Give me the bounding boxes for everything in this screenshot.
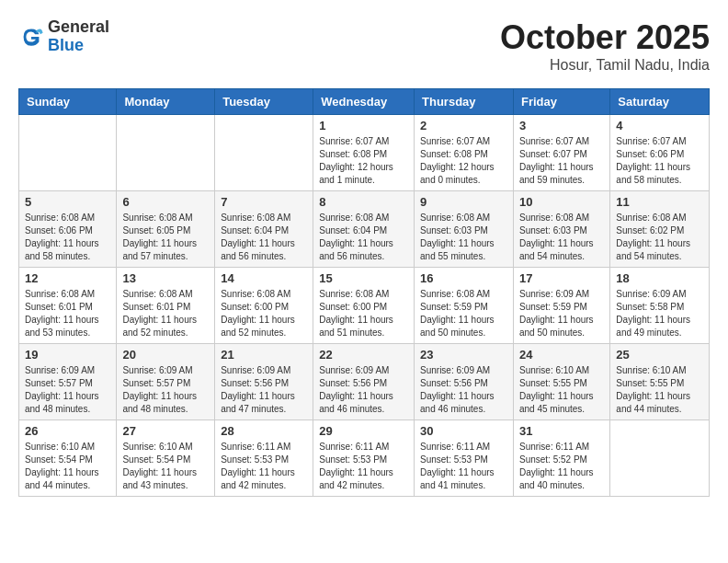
day-number: 12	[25, 271, 110, 285]
calendar-body: 1Sunrise: 6:07 AMSunset: 6:08 PMDaylight…	[19, 115, 710, 497]
calendar-header: SundayMondayTuesdayWednesdayThursdayFrid…	[19, 89, 710, 115]
calendar-cell: 5Sunrise: 6:08 AMSunset: 6:06 PMDaylight…	[19, 191, 117, 268]
day-info: Sunrise: 6:08 AMSunset: 6:03 PMDaylight:…	[519, 212, 604, 263]
calendar-cell: 7Sunrise: 6:08 AMSunset: 6:04 PMDaylight…	[215, 191, 313, 268]
calendar-cell: 27Sunrise: 6:10 AMSunset: 5:54 PMDayligh…	[117, 420, 215, 497]
day-info: Sunrise: 6:11 AMSunset: 5:53 PMDaylight:…	[319, 441, 408, 492]
calendar-cell: 4Sunrise: 6:07 AMSunset: 6:06 PMDaylight…	[610, 115, 710, 191]
day-info: Sunrise: 6:07 AMSunset: 6:07 PMDaylight:…	[519, 135, 604, 187]
day-number: 7	[221, 195, 307, 209]
day-number: 25	[616, 348, 703, 362]
day-number: 18	[616, 271, 703, 285]
day-info: Sunrise: 6:10 AMSunset: 5:55 PMDaylight:…	[616, 364, 703, 416]
day-info: Sunrise: 6:08 AMSunset: 6:00 PMDaylight:…	[319, 288, 408, 339]
day-info: Sunrise: 6:08 AMSunset: 6:04 PMDaylight:…	[319, 212, 408, 263]
day-number: 22	[319, 348, 408, 362]
day-info: Sunrise: 6:07 AMSunset: 6:08 PMDaylight:…	[319, 135, 408, 187]
calendar-cell: 28Sunrise: 6:11 AMSunset: 5:53 PMDayligh…	[215, 420, 313, 497]
day-info: Sunrise: 6:07 AMSunset: 6:06 PMDaylight:…	[616, 135, 703, 187]
calendar-cell: 1Sunrise: 6:07 AMSunset: 6:08 PMDaylight…	[313, 115, 415, 191]
calendar-cell	[19, 115, 117, 191]
day-number: 20	[122, 348, 209, 362]
day-info: Sunrise: 6:09 AMSunset: 5:57 PMDaylight:…	[122, 364, 209, 416]
logo-icon	[18, 24, 44, 50]
calendar-cell: 30Sunrise: 6:11 AMSunset: 5:53 PMDayligh…	[415, 420, 514, 497]
day-number: 9	[420, 195, 507, 209]
day-number: 31	[519, 424, 604, 438]
day-info: Sunrise: 6:11 AMSunset: 5:53 PMDaylight:…	[420, 441, 507, 492]
day-number: 3	[519, 119, 604, 132]
day-info: Sunrise: 6:08 AMSunset: 6:02 PMDaylight:…	[616, 212, 703, 263]
day-info: Sunrise: 6:10 AMSunset: 5:55 PMDaylight:…	[519, 364, 604, 416]
calendar-week-row: 12Sunrise: 6:08 AMSunset: 6:01 PMDayligh…	[19, 268, 710, 344]
day-number: 30	[420, 424, 507, 438]
day-number: 19	[25, 348, 110, 362]
day-info: Sunrise: 6:08 AMSunset: 6:03 PMDaylight:…	[420, 212, 507, 263]
day-number: 14	[221, 271, 307, 285]
calendar-cell: 22Sunrise: 6:09 AMSunset: 5:56 PMDayligh…	[313, 344, 415, 420]
weekday-header: Saturday	[610, 89, 710, 115]
calendar-cell	[117, 115, 215, 191]
day-number: 10	[519, 195, 604, 209]
calendar-cell: 10Sunrise: 6:08 AMSunset: 6:03 PMDayligh…	[513, 191, 609, 268]
month-title: October 2025	[500, 18, 710, 57]
day-info: Sunrise: 6:07 AMSunset: 6:08 PMDaylight:…	[420, 135, 507, 187]
calendar-cell	[610, 420, 710, 497]
calendar-cell: 18Sunrise: 6:09 AMSunset: 5:58 PMDayligh…	[610, 268, 710, 344]
day-info: Sunrise: 6:08 AMSunset: 6:01 PMDaylight:…	[25, 288, 110, 339]
logo-blue-text: Blue	[48, 37, 109, 55]
day-info: Sunrise: 6:09 AMSunset: 5:57 PMDaylight:…	[25, 364, 110, 416]
calendar-cell: 20Sunrise: 6:09 AMSunset: 5:57 PMDayligh…	[117, 344, 215, 420]
calendar-cell	[215, 115, 313, 191]
day-info: Sunrise: 6:10 AMSunset: 5:54 PMDaylight:…	[25, 441, 110, 492]
day-info: Sunrise: 6:09 AMSunset: 5:56 PMDaylight:…	[221, 364, 307, 416]
day-info: Sunrise: 6:11 AMSunset: 5:52 PMDaylight:…	[519, 441, 604, 492]
weekday-header: Wednesday	[313, 89, 415, 115]
day-number: 27	[122, 424, 209, 438]
weekday-header: Friday	[513, 89, 609, 115]
day-info: Sunrise: 6:09 AMSunset: 5:59 PMDaylight:…	[519, 288, 604, 339]
day-info: Sunrise: 6:09 AMSunset: 5:56 PMDaylight:…	[420, 364, 507, 416]
day-info: Sunrise: 6:08 AMSunset: 6:00 PMDaylight:…	[221, 288, 307, 339]
calendar-week-row: 19Sunrise: 6:09 AMSunset: 5:57 PMDayligh…	[19, 344, 710, 420]
calendar-cell: 14Sunrise: 6:08 AMSunset: 6:00 PMDayligh…	[215, 268, 313, 344]
calendar-cell: 25Sunrise: 6:10 AMSunset: 5:55 PMDayligh…	[610, 344, 710, 420]
day-number: 29	[319, 424, 408, 438]
weekday-header: Thursday	[415, 89, 514, 115]
logo: General Blue	[18, 18, 109, 55]
weekday-header: Tuesday	[215, 89, 313, 115]
calendar-cell: 15Sunrise: 6:08 AMSunset: 6:00 PMDayligh…	[313, 268, 415, 344]
calendar-cell: 9Sunrise: 6:08 AMSunset: 6:03 PMDaylight…	[415, 191, 514, 268]
calendar-cell: 8Sunrise: 6:08 AMSunset: 6:04 PMDaylight…	[313, 191, 415, 268]
calendar-cell: 2Sunrise: 6:07 AMSunset: 6:08 PMDaylight…	[415, 115, 514, 191]
weekday-header: Monday	[117, 89, 215, 115]
calendar-cell: 24Sunrise: 6:10 AMSunset: 5:55 PMDayligh…	[513, 344, 609, 420]
calendar-cell: 11Sunrise: 6:08 AMSunset: 6:02 PMDayligh…	[610, 191, 710, 268]
weekday-row: SundayMondayTuesdayWednesdayThursdayFrid…	[19, 89, 710, 115]
day-info: Sunrise: 6:08 AMSunset: 6:04 PMDaylight:…	[221, 212, 307, 263]
day-number: 17	[519, 271, 604, 285]
day-info: Sunrise: 6:09 AMSunset: 5:58 PMDaylight:…	[616, 288, 703, 339]
calendar-cell: 16Sunrise: 6:08 AMSunset: 5:59 PMDayligh…	[415, 268, 514, 344]
calendar-cell: 6Sunrise: 6:08 AMSunset: 6:05 PMDaylight…	[117, 191, 215, 268]
calendar-week-row: 5Sunrise: 6:08 AMSunset: 6:06 PMDaylight…	[19, 191, 710, 268]
day-info: Sunrise: 6:08 AMSunset: 5:59 PMDaylight:…	[420, 288, 507, 339]
calendar-cell: 3Sunrise: 6:07 AMSunset: 6:07 PMDaylight…	[513, 115, 609, 191]
calendar-cell: 21Sunrise: 6:09 AMSunset: 5:56 PMDayligh…	[215, 344, 313, 420]
day-info: Sunrise: 6:08 AMSunset: 6:01 PMDaylight:…	[122, 288, 209, 339]
day-info: Sunrise: 6:10 AMSunset: 5:54 PMDaylight:…	[122, 441, 209, 492]
title-block: October 2025 Hosur, Tamil Nadu, India	[500, 18, 710, 74]
logo-general-text: General	[48, 18, 109, 37]
calendar-cell: 23Sunrise: 6:09 AMSunset: 5:56 PMDayligh…	[415, 344, 514, 420]
day-number: 11	[616, 195, 703, 209]
day-number: 13	[122, 271, 209, 285]
day-number: 5	[25, 195, 110, 209]
day-info: Sunrise: 6:11 AMSunset: 5:53 PMDaylight:…	[221, 441, 307, 492]
day-info: Sunrise: 6:08 AMSunset: 6:05 PMDaylight:…	[122, 212, 209, 263]
weekday-header: Sunday	[19, 89, 117, 115]
day-number: 24	[519, 348, 604, 362]
calendar-cell: 17Sunrise: 6:09 AMSunset: 5:59 PMDayligh…	[513, 268, 609, 344]
calendar-week-row: 26Sunrise: 6:10 AMSunset: 5:54 PMDayligh…	[19, 420, 710, 497]
day-info: Sunrise: 6:08 AMSunset: 6:06 PMDaylight:…	[25, 212, 110, 263]
page-header: General Blue October 2025 Hosur, Tamil N…	[18, 18, 710, 74]
